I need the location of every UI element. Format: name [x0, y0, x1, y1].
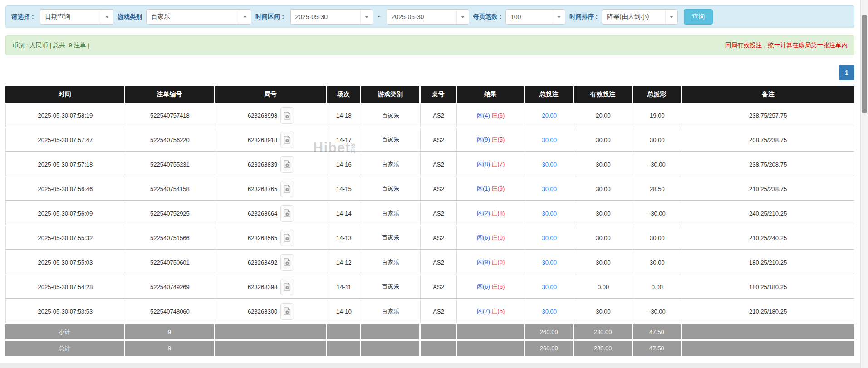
- cell-valid-bet: 30.00: [574, 251, 633, 274]
- query-type-value: 日期查询: [40, 13, 101, 21]
- result-banker: 庄(5): [491, 308, 505, 314]
- video-file-icon: [284, 160, 291, 168]
- cell-game: 百家乐: [361, 104, 421, 127]
- cell-time: 2025-05-30 07:55:32: [5, 226, 125, 250]
- sort-select[interactable]: 降幂(由大到小): [602, 9, 678, 25]
- cell-valid-bet: 30.00: [574, 177, 633, 201]
- cell-table: AS2: [421, 128, 457, 152]
- video-replay-button[interactable]: [280, 205, 294, 222]
- query-type-label: 请选择：: [11, 13, 36, 21]
- cell-remark: 240.25/210.25: [682, 202, 854, 225]
- cell-time: 2025-05-30 07:53:53: [5, 300, 125, 323]
- cell-bet-id: 522540757418: [125, 104, 215, 127]
- video-replay-button[interactable]: [280, 132, 294, 148]
- cell-valid-bet: 30.00: [574, 128, 633, 152]
- cell-table: AS2: [421, 275, 457, 299]
- video-replay-button[interactable]: [280, 303, 294, 320]
- cell-time: 2025-05-30 07:56:09: [5, 202, 125, 225]
- video-replay-button[interactable]: [280, 156, 294, 173]
- cell-session: 14-16: [327, 153, 361, 176]
- video-replay-button[interactable]: [280, 254, 294, 271]
- cell-payout: -30.00: [633, 153, 682, 176]
- main-content: 请选择： 日期查询 游戏类别 百家乐 时间区间： 2025-05-30 ~ 20…: [0, 0, 868, 357]
- result-player: 闲(6): [477, 283, 490, 290]
- table-row: 2025-05-30 07:56:46 522540754158 6232687…: [5, 177, 854, 201]
- result-banker: 庄(6): [491, 112, 505, 119]
- cell-session: 14-13: [327, 226, 361, 250]
- page-size-select[interactable]: 100: [505, 9, 565, 25]
- result-banker: 庄(7): [491, 161, 505, 167]
- date-to-value: 2025-05-30: [387, 13, 456, 20]
- cell-game: 百家乐: [361, 202, 421, 225]
- round-number: 623268918: [248, 137, 277, 143]
- table-row: 2025-05-30 07:55:32 522540751566 6232685…: [5, 226, 854, 250]
- col-header-round-id: 局号: [215, 86, 327, 103]
- table-row: 2025-05-30 07:55:03 522540750601 6232684…: [5, 251, 854, 274]
- cell-remark: 238.75/208.75: [682, 153, 854, 176]
- cell-result: 闲(4) 庄(6): [457, 104, 525, 127]
- cell-payout: 28.50: [633, 177, 682, 201]
- round-number: 623268565: [248, 235, 277, 241]
- result-player: 闲(9): [477, 136, 490, 143]
- cell-game: 百家乐: [361, 300, 421, 323]
- date-from-select[interactable]: 2025-05-30: [290, 9, 373, 25]
- col-header-result: 结果: [457, 86, 525, 103]
- cell-payout: -30.00: [633, 300, 682, 323]
- vertical-scrollbar-thumb[interactable]: [862, 15, 867, 113]
- round-number: 623268664: [248, 210, 277, 217]
- total-bet-link[interactable]: 30.00: [542, 308, 557, 315]
- cell-valid-bet: 0.00: [574, 275, 633, 299]
- cell-remark: 210.25/180.25: [682, 300, 854, 323]
- result-banker: 庄(9): [491, 185, 505, 192]
- total-bet-link[interactable]: 30.00: [542, 161, 557, 168]
- round-number: 623268998: [248, 112, 277, 119]
- date-to-select[interactable]: 2025-05-30: [387, 9, 469, 25]
- horizontal-scrollbar[interactable]: [0, 363, 860, 368]
- bet-records-table: 时间 注单编号 局号 场次 游戏类别 桌号 结果 总投注 有效投注 总派彩 备注…: [5, 85, 854, 357]
- summary-bar: 币别 : 人民币 | 总共 :9 注单 | 同局有效投注，统一计算在该局第一张注…: [5, 35, 854, 55]
- result-player: 闲(8): [477, 161, 490, 167]
- cell-remark: 210.25/240.25: [682, 226, 854, 250]
- cell-result: 闲(8) 庄(7): [457, 153, 525, 176]
- date-range-label: 时间区间：: [255, 13, 286, 21]
- cell-table: AS2: [421, 104, 457, 127]
- result-player: 闲(2): [477, 210, 490, 216]
- game-type-select[interactable]: 百家乐: [146, 9, 251, 25]
- col-header-time: 时间: [5, 86, 125, 103]
- total-bet-link[interactable]: 30.00: [542, 259, 557, 266]
- total-bet-link[interactable]: 30.00: [542, 284, 557, 290]
- cell-bet-id: 522540751566: [125, 226, 215, 250]
- cell-table: AS2: [421, 226, 457, 250]
- cell-valid-bet: 20.00: [574, 104, 633, 127]
- cell-game: 百家乐: [361, 251, 421, 274]
- video-replay-button[interactable]: [280, 181, 294, 197]
- vertical-scrollbar[interactable]: [860, 0, 868, 368]
- video-replay-button[interactable]: [280, 107, 294, 124]
- total-bet-link[interactable]: 30.00: [542, 186, 557, 192]
- round-number: 623268492: [248, 259, 277, 266]
- total-bet-link[interactable]: 30.00: [542, 137, 557, 143]
- table-footer: 小计 9 260.00 230.00 47.50 总计 9 2: [5, 324, 854, 356]
- total-bet-link[interactable]: 20.00: [542, 112, 557, 119]
- subtotal-total-bet: 260.00: [525, 324, 574, 339]
- query-type-select[interactable]: 日期查询: [40, 9, 113, 25]
- grand-total-total-bet: 260.00: [525, 341, 574, 356]
- sort-value: 降幂(由大到小): [602, 13, 665, 21]
- page-1-button[interactable]: 1: [839, 65, 854, 80]
- video-replay-button[interactable]: [280, 230, 294, 246]
- cell-bet-id: 522540749269: [125, 275, 215, 299]
- result-player: 闲(6): [477, 234, 490, 241]
- cell-valid-bet: 30.00: [574, 153, 633, 176]
- total-bet-link[interactable]: 30.00: [542, 210, 557, 217]
- result-banker: 庄(5): [491, 136, 505, 143]
- cell-remark: 238.75/257.75: [682, 104, 854, 127]
- filter-bar: 请选择： 日期查询 游戏类别 百家乐 时间区间： 2025-05-30 ~ 20…: [5, 5, 854, 28]
- round-number: 623268839: [248, 161, 277, 168]
- grand-total-payout: 47.50: [633, 341, 682, 356]
- search-button[interactable]: 查询: [684, 9, 713, 25]
- table-row: 2025-05-30 07:57:47 522540756220 6232689…: [5, 128, 854, 152]
- video-file-icon: [284, 136, 291, 144]
- total-bet-link[interactable]: 30.00: [542, 235, 557, 241]
- col-header-game: 游戏类别: [361, 86, 421, 103]
- video-replay-button[interactable]: [280, 279, 294, 295]
